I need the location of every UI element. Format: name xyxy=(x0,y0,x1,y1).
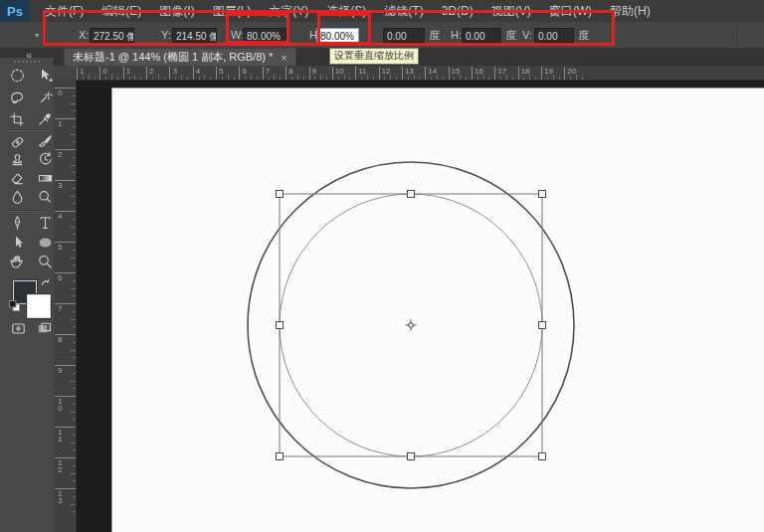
ruler-minor-tick xyxy=(134,75,135,80)
menu-bar: Ps 文件(F)编辑(E)图像(I)图层(L)文字(Y)选择(S)滤镜(T)3D… xyxy=(0,0,764,23)
ruler-label: 20 xyxy=(567,67,576,76)
tool-gradient[interactable] xyxy=(37,170,54,187)
ruler-minor-tick xyxy=(71,196,76,197)
ruler-minor-tick xyxy=(460,75,461,80)
tool-clone-stamp[interactable] xyxy=(9,151,26,168)
menu-item[interactable]: 图像(I) xyxy=(150,3,203,20)
separator xyxy=(737,25,739,45)
tool-screen-mode[interactable] xyxy=(36,320,53,337)
ruler-minor-tick xyxy=(314,77,315,80)
horizontal-ruler[interactable]: 101234567891011121314151617181920 xyxy=(76,66,764,81)
menu-item[interactable]: 3D(D) xyxy=(433,4,482,18)
ruler-minor-tick xyxy=(73,419,76,420)
ruler-tick xyxy=(518,67,519,80)
rotation-field[interactable]: 0.00 xyxy=(383,28,425,43)
document-tab[interactable]: 未标题-1 @ 144% (椭圆 1 副本, RGB/8) * × xyxy=(64,48,296,66)
tool-eyedropper[interactable] xyxy=(37,111,54,128)
ruler-label: 1 xyxy=(80,67,84,76)
ruler-tick xyxy=(332,67,333,80)
ruler-minor-tick xyxy=(228,75,229,80)
h-skew-field[interactable]: 0.00 xyxy=(462,28,501,43)
tool-quick-mask[interactable] xyxy=(10,320,27,337)
ruler-minor-tick xyxy=(291,77,292,80)
ruler-minor-tick xyxy=(437,75,438,80)
tool-history-brush[interactable] xyxy=(37,151,54,168)
menu-item[interactable]: 窗口(W) xyxy=(540,3,601,20)
ruler-minor-tick xyxy=(73,95,76,96)
menu-item[interactable]: 编辑(E) xyxy=(93,3,150,20)
menu-item[interactable]: 视图(V) xyxy=(482,3,540,20)
tool-zoom[interactable] xyxy=(37,254,54,270)
tool-magic-wand[interactable] xyxy=(37,89,54,106)
background-color-swatch[interactable] xyxy=(27,294,51,318)
ruler-minor-tick xyxy=(73,465,76,466)
toolbar-separator xyxy=(6,129,48,131)
tool-eraser[interactable] xyxy=(9,170,26,187)
ruler-minor-tick xyxy=(73,280,76,281)
ruler-minor-tick xyxy=(269,77,270,80)
tool-dodge[interactable] xyxy=(37,189,54,206)
ruler-minor-tick xyxy=(344,75,345,80)
tool-hand[interactable] xyxy=(9,254,26,270)
menu-item[interactable]: 滤镜(T) xyxy=(375,3,432,20)
tool-path-selection[interactable] xyxy=(9,235,26,252)
tool-move[interactable] xyxy=(37,68,54,85)
ruler-label: 9 xyxy=(312,67,316,76)
ruler-minor-tick xyxy=(73,388,76,389)
tool-lasso[interactable] xyxy=(9,89,26,106)
panel-grip[interactable] xyxy=(14,61,40,63)
ruler-label: 11 xyxy=(358,67,366,76)
ruler-tick xyxy=(263,67,264,80)
v-skew-unit: 度 xyxy=(578,22,589,48)
ruler-minor-tick xyxy=(73,141,76,142)
ruler-minor-tick xyxy=(73,511,76,512)
ruler-label: 18 xyxy=(521,67,530,76)
tool-blur[interactable] xyxy=(9,189,26,206)
ruler-minor-tick xyxy=(408,77,409,80)
ruler-minor-tick xyxy=(478,77,478,80)
menu-item[interactable]: 文字(Y) xyxy=(260,3,317,20)
v-skew-field[interactable]: 0.00 xyxy=(534,28,574,43)
h-skew-label: H: xyxy=(451,22,462,48)
ruler-label: 10 xyxy=(58,398,62,412)
x-position-field[interactable]: 272.50 像素 xyxy=(90,28,134,43)
ruler-label: 12 xyxy=(382,67,391,76)
ruler-label: 7 xyxy=(266,67,270,76)
ruler-label: 19 xyxy=(544,67,553,76)
tool-crop[interactable] xyxy=(9,111,26,128)
ruler-minor-tick xyxy=(251,75,252,80)
height-scale-field[interactable]: 80.00% xyxy=(316,28,359,43)
tab-close-icon[interactable]: × xyxy=(281,52,286,64)
tool-ellipse-shape[interactable] xyxy=(37,235,54,252)
tool-healing-brush[interactable] xyxy=(9,133,26,150)
vertical-ruler[interactable]: 012345678910111213 xyxy=(54,80,77,532)
tool-type[interactable] xyxy=(37,215,54,232)
default-colors-icon[interactable] xyxy=(8,299,25,316)
ruler-minor-tick xyxy=(280,77,281,80)
document-canvas[interactable] xyxy=(111,88,764,532)
ruler-minor-tick xyxy=(71,258,76,259)
y-position-field[interactable]: 214.50 像素 xyxy=(172,28,217,43)
ruler-label: 4 xyxy=(196,67,200,76)
ruler-label: 5 xyxy=(219,67,223,76)
ruler-tick xyxy=(494,67,495,80)
menu-item[interactable]: 帮助(H) xyxy=(601,3,660,20)
tool-preset-caret-icon[interactable]: ▾ xyxy=(35,22,39,48)
ruler-minor-tick xyxy=(529,75,530,80)
ruler-minor-tick xyxy=(73,311,76,312)
menu-item[interactable]: 文件(F) xyxy=(36,3,93,20)
ruler-minor-tick xyxy=(95,77,96,80)
menu-item[interactable]: 图层(L) xyxy=(204,3,261,20)
ruler-tick xyxy=(425,67,426,80)
ruler-minor-tick xyxy=(553,75,554,80)
ruler-minor-tick xyxy=(466,77,467,80)
width-scale-field[interactable]: 80.00% xyxy=(243,28,286,43)
ruler-minor-tick xyxy=(175,77,176,80)
menu-item[interactable]: 选择(S) xyxy=(317,3,375,20)
tool-brush[interactable] xyxy=(37,133,54,150)
ruler-minor-tick xyxy=(158,75,159,80)
tool-elliptical-marquee[interactable] xyxy=(9,68,26,85)
ruler-minor-tick xyxy=(500,77,501,80)
ruler-minor-tick xyxy=(129,77,130,80)
tool-pen[interactable] xyxy=(9,215,26,232)
